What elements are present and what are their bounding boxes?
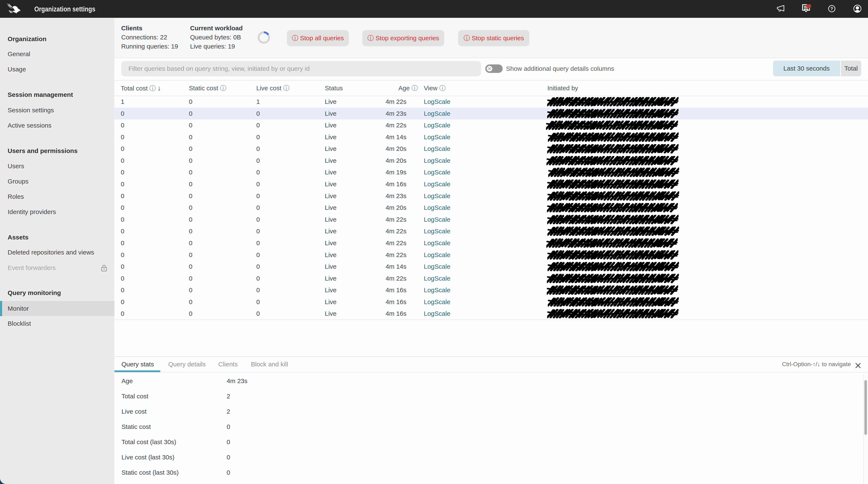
svg-text:?: ? (831, 6, 833, 11)
